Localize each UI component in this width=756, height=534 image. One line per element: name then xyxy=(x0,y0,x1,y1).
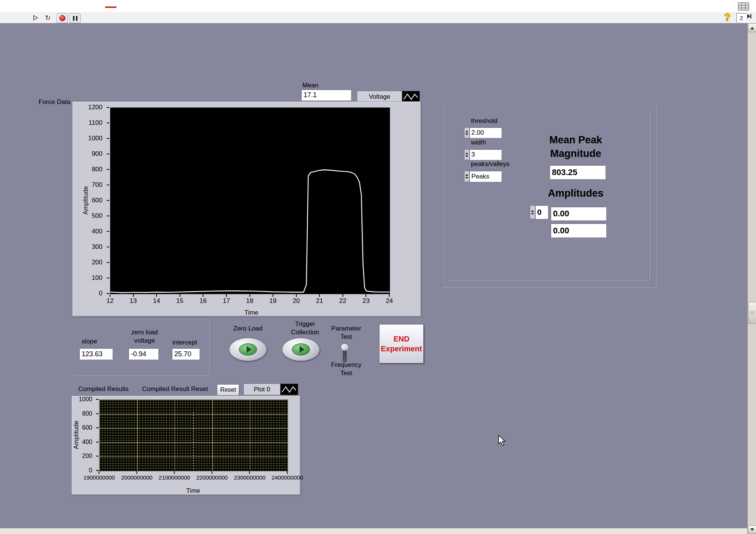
trigger-collection-button-icon xyxy=(292,343,310,355)
peaks-valleys-control[interactable]: Peaks xyxy=(464,171,502,182)
tick-mark xyxy=(249,471,250,474)
end-experiment-button[interactable]: END Experiment xyxy=(379,324,424,363)
tick-mark xyxy=(107,247,109,247)
compiled-legend-label: Plot 0 xyxy=(244,384,280,395)
tick-mark xyxy=(99,471,99,474)
tick-label: 1000 xyxy=(88,135,102,142)
run-button[interactable] xyxy=(30,13,40,22)
trigger-collection-button[interactable] xyxy=(282,338,320,361)
tick-mark xyxy=(107,216,109,216)
tick-mark xyxy=(136,471,137,474)
peaks-valleys-value[interactable]: Peaks xyxy=(469,171,502,182)
counter-stepper[interactable]: 2 xyxy=(736,13,747,22)
counter-glyph-icon xyxy=(747,13,752,20)
tick-label: 18 xyxy=(246,297,253,305)
mean-indicator: 17.1 xyxy=(301,90,351,101)
window-title-strip xyxy=(0,0,756,12)
parameter-test-line1: Parameter xyxy=(324,324,369,333)
tick-mark xyxy=(342,294,343,297)
tick-mark xyxy=(249,294,250,297)
threshold-spinner[interactable] xyxy=(464,127,469,138)
width-label: width xyxy=(471,139,486,146)
tick-label: 2400000000 xyxy=(271,474,303,481)
tick-label: 24 xyxy=(386,297,393,305)
abort-button[interactable] xyxy=(57,13,68,23)
threshold-value[interactable]: 2.00 xyxy=(469,127,502,138)
tick-label: 1200 xyxy=(88,104,102,111)
slope-label: slope xyxy=(82,338,97,345)
tick-label: 200 xyxy=(92,259,102,266)
tick-label: 200 xyxy=(82,453,92,459)
tick-mark xyxy=(107,293,109,294)
tick-mark xyxy=(107,123,109,123)
tick-mark xyxy=(96,399,99,400)
amplitudes-title: Amplitudes xyxy=(528,188,623,199)
peaks-valleys-label: peaks/valleys xyxy=(471,160,510,168)
width-value[interactable]: 3 xyxy=(469,149,502,160)
width-control[interactable]: 3 xyxy=(464,149,502,160)
horizontal-scrollbar[interactable] xyxy=(0,528,747,534)
tick-mark xyxy=(96,470,99,471)
amplitudes-index-value[interactable]: 0 xyxy=(535,205,548,219)
scrollbar-thumb[interactable] xyxy=(748,302,756,324)
zero-load-label-line2: voltage xyxy=(125,337,164,345)
tick-mark xyxy=(96,442,99,442)
tick-label: 100 xyxy=(92,274,102,282)
reset-button[interactable]: Reset xyxy=(217,384,239,396)
amplitudes-index-control[interactable]: 0 xyxy=(530,205,548,219)
tick-label: 15 xyxy=(176,297,183,305)
zero-load-button[interactable] xyxy=(229,338,267,361)
width-spinner[interactable] xyxy=(464,149,469,160)
tick-mark xyxy=(133,294,134,297)
tick-label: 500 xyxy=(92,212,102,220)
compiled-plot-area xyxy=(99,399,288,471)
zero-load-voltage-label: zero load voltage xyxy=(125,328,164,345)
compiled-results-title: Compiled Results xyxy=(78,385,129,393)
tick-mark xyxy=(296,294,297,297)
parameter-test-label: Parameter Test xyxy=(324,324,369,341)
continuous-run-button[interactable]: ↻ xyxy=(43,13,53,22)
grid-icon[interactable] xyxy=(738,2,749,11)
scroll-down-button[interactable] xyxy=(748,525,756,534)
context-help-button[interactable]: ? xyxy=(724,12,731,23)
tick-label: 22 xyxy=(339,297,346,305)
tick-label: 14 xyxy=(153,297,160,305)
labview-front-panel: ↻ ? 2 Force Data Mean 17.1 Voltage 12001… xyxy=(0,0,756,534)
vertical-scrollbar[interactable] xyxy=(747,23,756,534)
compiled-x-tick-labels: 1900000000200000000021000000002200000000… xyxy=(99,474,287,481)
amplitude-indicator-0: 0.00 xyxy=(551,207,606,220)
switch-knob[interactable] xyxy=(341,343,349,351)
parameter-test-line2: Test xyxy=(324,333,369,341)
tick-mark xyxy=(96,427,99,428)
frequency-test-label: Frequency Test xyxy=(324,361,369,377)
tick-mark xyxy=(107,262,109,263)
amplitudes-index-spinner[interactable] xyxy=(530,205,535,219)
tick-mark xyxy=(107,138,109,139)
mean-peak-indicator: 803.25 xyxy=(550,165,606,179)
tick-mark xyxy=(203,294,203,297)
force-graph-title: Force Data xyxy=(39,98,70,106)
pause-button[interactable] xyxy=(70,13,81,23)
end-button-line1: END xyxy=(393,334,409,344)
trigger-collection-label: Trigger Collection xyxy=(282,320,328,337)
zero-load-voltage-indicator: -0.94 xyxy=(129,348,158,360)
waveform-icon xyxy=(280,384,298,395)
tick-mark xyxy=(287,471,288,474)
abort-icon xyxy=(59,15,65,21)
threshold-control[interactable]: 2.00 xyxy=(464,127,502,138)
force-plot-legend[interactable]: Voltage xyxy=(357,91,420,102)
tick-label: 23 xyxy=(363,297,370,305)
force-x-tick-marks xyxy=(110,294,389,297)
tick-mark xyxy=(110,294,110,297)
zero-load-button-label: Zero Load xyxy=(227,325,269,332)
title-strip-red-mark xyxy=(105,6,116,8)
compiled-y-axis-label: Amplitude xyxy=(73,416,80,454)
scroll-up-button[interactable] xyxy=(748,23,756,32)
mean-peak-title-line2: Magnitude xyxy=(528,147,623,160)
peaks-valleys-spinner[interactable] xyxy=(464,171,469,182)
tick-label: 0 xyxy=(99,290,102,297)
compiled-plot-legend[interactable]: Plot 0 xyxy=(243,383,298,395)
force-y-tick-marks xyxy=(107,107,109,293)
tick-mark xyxy=(96,413,99,414)
tick-label: 800 xyxy=(82,410,92,417)
